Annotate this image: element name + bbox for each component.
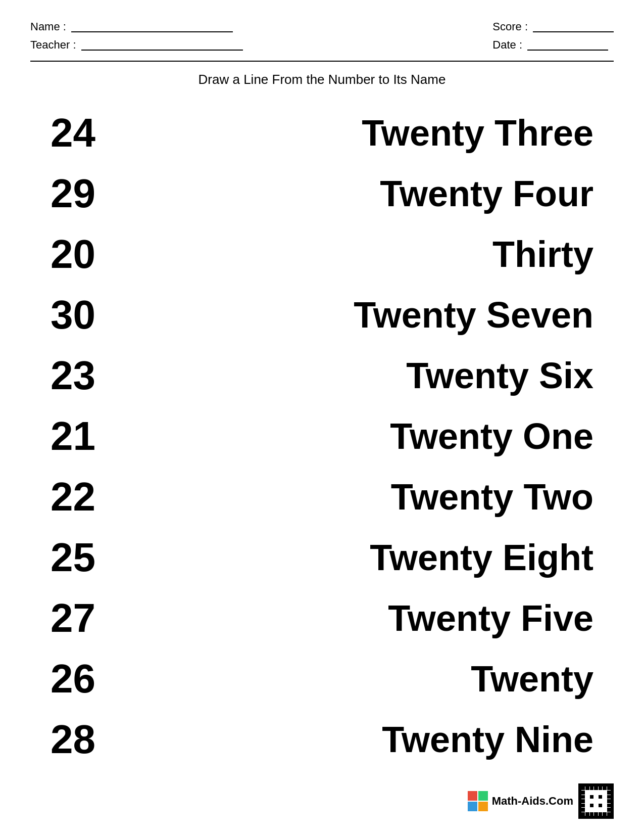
site-name[interactable]: Math-Aids.Com [492,795,573,808]
number-cell: 29 [51,170,152,217]
matching-row: 21 Twenty One [30,406,614,467]
instruction-text: Draw a Line From the Number to Its Name [30,72,614,87]
number-cell: 28 [51,716,152,763]
logo-yellow [478,802,488,811]
qr-cell [590,812,593,816]
qr-cell [594,786,598,790]
number-cell: 21 [51,413,152,459]
name-cell: Thirty [152,234,593,275]
name-cell: Twenty [152,658,593,700]
number-cell: 23 [51,352,152,399]
matching-row: 23 Twenty Six [30,345,614,406]
qr-cell [590,799,593,803]
number-cell: 26 [51,656,152,702]
qr-cell [581,795,585,799]
qr-cell [603,795,606,799]
qr-cell [594,804,598,807]
matching-row: 28 Twenty Nine [30,709,614,770]
teacher-line[interactable] [81,39,243,51]
qr-cell [581,812,585,816]
number-cell: 22 [51,474,152,520]
matching-row: 20 Thirty [30,224,614,285]
qr-cell [585,799,589,803]
teacher-label: Teacher : [30,38,76,52]
qr-cell [590,808,593,811]
qr-cell [594,808,598,811]
qr-cell [590,791,593,794]
qr-cell [599,799,602,803]
matching-row: 29 Twenty Four [30,163,614,224]
qr-cell [603,812,606,816]
qr-cell [599,812,602,816]
logo-blue [468,802,477,811]
date-line[interactable] [527,39,608,51]
date-row: Date : [492,38,614,52]
score-label: Score : [492,20,528,33]
qr-cell [585,812,589,816]
qr-cell [607,812,611,816]
qr-cell [599,808,602,811]
qr-cell [581,791,585,794]
footer-logo: Math-Aids.Com [468,791,573,811]
qr-cell [590,804,593,807]
number-cell: 20 [51,231,152,277]
header-left: Name : Teacher : [30,20,243,52]
name-cell: Twenty Nine [152,719,593,760]
number-cell: 24 [51,110,152,156]
matching-container: 24 Twenty Three 29 Twenty Four 20 Thirty… [30,103,614,770]
matching-row: 24 Twenty Three [30,103,614,163]
teacher-row: Teacher : [30,38,243,52]
number-cell: 25 [51,534,152,581]
qr-cell [581,804,585,807]
qr-cell [603,804,606,807]
qr-cell [594,795,598,799]
qr-cell [607,786,611,790]
qr-cell [594,799,598,803]
score-row: Score : [492,20,614,33]
footer: Math-Aids.Com [468,783,614,819]
qr-cell [607,808,611,811]
matching-row: 25 Twenty Eight [30,527,614,588]
qr-cell [607,804,611,807]
qr-cell [607,791,611,794]
qr-cell [581,786,585,790]
qr-inner [581,786,611,816]
header: Name : Teacher : Score : Date : [30,20,614,52]
qr-cell [585,795,589,799]
qr-cell [581,808,585,811]
name-label: Name : [30,20,66,33]
qr-cell [585,804,589,807]
qr-cell [599,795,602,799]
qr-cell [585,808,589,811]
name-cell: Twenty Three [152,112,593,154]
qr-cell [603,791,606,794]
qr-cell [594,812,598,816]
qr-cell [607,799,611,803]
name-row: Name : [30,20,243,33]
name-cell: Twenty Six [152,355,593,396]
matching-row: 30 Twenty Seven [30,285,614,345]
name-cell: Twenty Five [152,597,593,639]
matching-row: 22 Twenty Two [30,467,614,527]
logo-icon [468,791,488,811]
qr-cell [603,808,606,811]
qr-cell [603,786,606,790]
date-label: Date : [492,38,522,52]
qr-cell [599,786,602,790]
qr-cell [599,791,602,794]
name-cell: Twenty Two [152,476,593,518]
qr-cell [599,804,602,807]
score-line[interactable] [533,21,614,32]
qr-cell [603,799,606,803]
logo-green [478,791,488,801]
qr-cell [585,791,589,794]
name-cell: Twenty Four [152,173,593,214]
name-line[interactable] [71,21,233,32]
header-right: Score : Date : [492,20,614,52]
header-divider [30,61,614,62]
logo-red [468,791,477,801]
qr-cell [585,786,589,790]
qr-cell [590,786,593,790]
name-cell: Twenty One [152,415,593,457]
qr-cell [607,795,611,799]
